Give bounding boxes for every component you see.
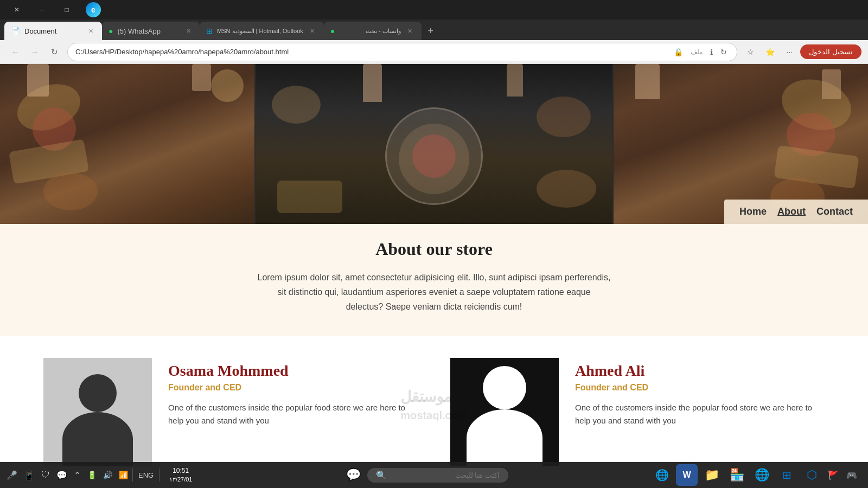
member-desc-ahmed: One of the customers inside the popular … xyxy=(575,401,825,427)
team-member-osama: Osama Mohmmed Founder and CED One of the… xyxy=(43,358,418,466)
taskbar-right: 🌐 W 📁 🏪 🌐 ⊞ ⬡ 🚩 🎮 xyxy=(651,464,864,486)
taskbar-wifi-icon[interactable]: 📶 xyxy=(117,468,130,481)
nav-about-link[interactable]: About xyxy=(777,206,806,217)
tab-whatsapp[interactable]: ● (5) WhatsApp ✕ xyxy=(102,22,200,40)
browser-chrome: ✕ ─ □ e 📄 Document ✕ ● (5) WhatsApp ✕ ⊞ … xyxy=(0,0,868,64)
nav-contact-link[interactable]: Contact xyxy=(816,206,853,217)
avatar-ahmed xyxy=(450,358,559,466)
nav-home-link[interactable]: Home xyxy=(739,206,767,217)
tab-msn-close[interactable]: ✕ xyxy=(308,26,317,36)
webpage-content: Home About Contact About our store Lorem… xyxy=(0,64,868,488)
tab-whatsapp-search-label: واتساب - بحث xyxy=(339,28,401,35)
nav-overlay: Home About Contact xyxy=(724,200,868,224)
close-window-button[interactable]: ✕ xyxy=(4,0,29,20)
url-icons: 🔒 ملف ℹ ↻ xyxy=(672,47,729,57)
taskbar-search[interactable]: 🔍 xyxy=(367,468,508,483)
taskbar-app-store[interactable]: 🏪 xyxy=(726,464,748,486)
nav-buttons: ← → ↻ xyxy=(7,43,63,61)
refresh-button[interactable]: ↻ xyxy=(46,43,63,61)
title-bar: ✕ ─ □ e xyxy=(0,0,868,20)
taskbar-app-explorer[interactable]: 📁 xyxy=(701,464,723,486)
minimize-window-button[interactable]: ─ xyxy=(29,0,54,20)
avatar-osama xyxy=(43,358,152,466)
member-role-osama: Founder and CED xyxy=(168,383,418,393)
taskbar-app-word[interactable]: W xyxy=(676,464,698,486)
url-box[interactable]: C:/Users/HP/Desktop/hapepa%20amro/hapepa… xyxy=(67,43,737,61)
about-title: About our store xyxy=(22,239,846,259)
taskbar-date: 27/01/١٣ xyxy=(162,476,200,484)
document-icon: 📄 xyxy=(11,27,20,35)
whatsapp-search-icon: ● xyxy=(330,27,335,35)
taskbar-phone-icon[interactable]: 📱 xyxy=(22,468,37,483)
member-desc-osama: One of the customers inside the popular … xyxy=(168,401,418,427)
msn-icon: ⊞ xyxy=(206,27,213,35)
info-icon[interactable]: ℹ xyxy=(708,47,715,57)
taskbar-divider-1 xyxy=(159,468,159,481)
taskbar-flag-icon[interactable]: 🚩 xyxy=(826,468,841,483)
member-role-ahmed: Founder and CED xyxy=(575,383,825,393)
taskbar-app-browser[interactable]: 🌐 xyxy=(751,464,773,486)
tab-whatsapp-search[interactable]: ● واتساب - بحث ✕ xyxy=(324,22,422,40)
taskbar-search-icon: 🔍 xyxy=(376,470,387,480)
reload-icon[interactable]: ↻ xyxy=(718,47,729,57)
taskbar-lang: ENG xyxy=(135,469,157,481)
window-controls: ✕ ─ □ xyxy=(4,0,79,20)
member-info-ahmed: Ahmed Ali Founder and CED One of the cus… xyxy=(575,358,825,427)
tabs-bar: 📄 Document ✕ ● (5) WhatsApp ✕ ⊞ MSN السع… xyxy=(0,20,868,40)
taskbar: 10:51 27/01/١٣ ENG 📶 🔊 🔋 ⌃ 💬 🛡 📱 🎤 💬 🔍 🌐… xyxy=(0,462,868,488)
tab-whatsapp-label: (5) WhatsApp xyxy=(117,27,179,35)
about-section: About our store Lorem ipsum dolor sit, a… xyxy=(0,224,868,336)
taskbar-mic-icon[interactable]: 🎤 xyxy=(4,468,20,483)
tab-msn[interactable]: ⊞ MSN السعودية | Hotmail, Outlook ✕ xyxy=(200,22,324,40)
back-button[interactable]: ← xyxy=(7,43,24,61)
taskbar-app-vscode[interactable]: ⬡ xyxy=(801,464,822,486)
taskbar-app-messages[interactable]: 💬 xyxy=(342,464,364,486)
taskbar-clock: 10:51 xyxy=(162,466,200,476)
member-name-osama: Osama Mohmmed xyxy=(168,362,418,380)
taskbar-battery-icon[interactable]: 🔋 xyxy=(85,468,99,481)
tab-document[interactable]: 📄 Document ✕ xyxy=(4,22,102,40)
taskbar-divider-2 xyxy=(132,468,133,481)
login-button[interactable]: تسجيل الدخول xyxy=(800,44,861,59)
url-text: C:/Users/HP/Desktop/hapepa%20amro/hapepa… xyxy=(75,48,668,56)
maximize-window-button[interactable]: □ xyxy=(54,0,79,20)
taskbar-app-edge[interactable]: 🌐 xyxy=(651,464,673,486)
tab-document-close[interactable]: ✕ xyxy=(86,26,95,36)
member-info-osama: Osama Mohmmed Founder and CED One of the… xyxy=(168,358,418,427)
collections-button[interactable]: ☆ xyxy=(742,43,759,61)
browser-logo: e xyxy=(86,2,101,17)
taskbar-chat-icon[interactable]: 💬 xyxy=(54,468,69,483)
tab-whatsapp-close[interactable]: ✕ xyxy=(183,26,193,36)
member-name-ahmed: Ahmed Ali xyxy=(575,362,825,380)
taskbar-arrow-icon[interactable]: ⌃ xyxy=(72,468,83,483)
taskbar-volume-icon[interactable]: 🔊 xyxy=(101,468,114,481)
file-label: ملف xyxy=(688,47,705,57)
about-desc-line1: Lorem ipsum dolor sit, amet consectetur … xyxy=(258,273,611,282)
taskbar-time: 10:51 27/01/١٣ xyxy=(162,466,200,484)
lock-icon[interactable]: 🔒 xyxy=(672,47,685,57)
about-description: Lorem ipsum dolor sit, amet consectetur … xyxy=(244,270,624,314)
more-button[interactable]: ··· xyxy=(781,43,798,61)
address-bar: ← → ↻ C:/Users/HP/Desktop/hapepa%20amro/… xyxy=(0,40,868,64)
tab-document-label: Document xyxy=(24,27,81,35)
forward-button[interactable]: → xyxy=(26,43,43,61)
taskbar-app-windows[interactable]: ⊞ xyxy=(776,464,797,486)
taskbar-center: 💬 🔍 xyxy=(202,464,649,486)
tab-whatsapp-search-close[interactable]: ✕ xyxy=(405,26,415,36)
taskbar-left: 10:51 27/01/١٣ ENG 📶 🔊 🔋 ⌃ 💬 🛡 📱 🎤 xyxy=(4,466,200,484)
toolbar-right: ☆ ⭐ ··· تسجيل الدخول xyxy=(742,43,861,61)
about-desc-line2: sit distinctio qui, laudantium asperiore… xyxy=(277,287,590,297)
new-tab-button[interactable]: + xyxy=(422,22,440,40)
team-member-ahmed: Ahmed Ali Founder and CED One of the cus… xyxy=(450,358,825,466)
favorites-button[interactable]: ⭐ xyxy=(761,43,778,61)
about-desc-line3: delectus? Saepe veniam dicta reiciendis … xyxy=(346,302,522,311)
whatsapp-icon: ● xyxy=(108,27,113,35)
taskbar-security-icon[interactable]: 🛡 xyxy=(39,468,52,482)
hero-image: Home About Contact xyxy=(0,64,868,224)
taskbar-search-input[interactable] xyxy=(391,471,500,479)
tab-msn-label: MSN السعودية | Hotmail, Outlook xyxy=(217,28,303,35)
taskbar-game-icon[interactable]: 🎮 xyxy=(844,468,859,483)
